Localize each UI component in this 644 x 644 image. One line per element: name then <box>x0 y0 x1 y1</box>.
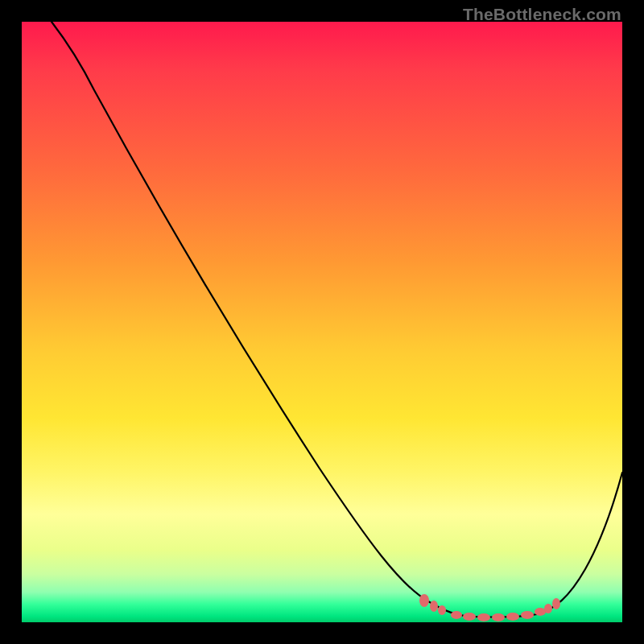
curve-marker <box>535 608 546 616</box>
curve-marker <box>463 613 476 621</box>
curve-marker <box>477 613 490 621</box>
curve-marker <box>451 611 462 619</box>
curve-marker <box>521 611 534 619</box>
bottleneck-curve-svg <box>22 22 622 622</box>
curve-marker <box>492 613 505 621</box>
curve-marker <box>438 605 446 615</box>
curve-marker <box>506 613 519 621</box>
bottleneck-curve <box>52 22 622 617</box>
curve-marker <box>430 601 438 612</box>
watermark-text: TheBottleneck.com <box>463 5 621 24</box>
plot-area <box>22 22 622 622</box>
marker-group <box>419 594 560 621</box>
curve-marker <box>419 594 429 607</box>
curve-marker <box>544 604 552 613</box>
chart-frame: TheBottleneck.com <box>0 0 644 644</box>
curve-marker <box>552 598 560 609</box>
